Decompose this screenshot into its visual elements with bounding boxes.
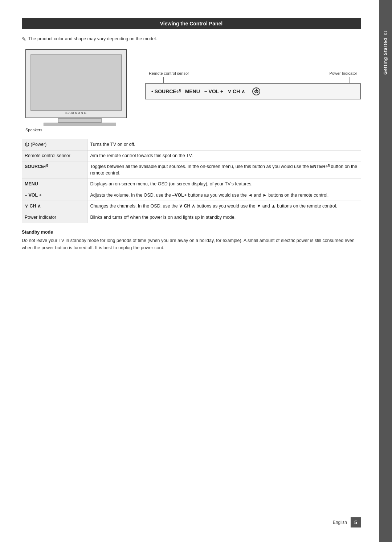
table-row: Remote control sensorAim the remote cont… <box>22 150 361 161</box>
feature-label: ⏻ (Power) <box>22 139 87 150</box>
control-bar: • SOURCE⏎ MENU – VOL + ∨ CH ∧ ⏻ <box>145 83 361 99</box>
page-number: 5 <box>351 517 361 527</box>
vol-label: – VOL + <box>204 89 223 94</box>
feature-description: Adjusts the volume. In the OSD, use the … <box>87 190 361 201</box>
tv-stand-bottom <box>44 123 116 126</box>
standby-title: Standby mode <box>22 230 361 235</box>
remote-sensor-annotation: Remote control sensor <box>149 71 189 75</box>
chapter-number: 01 <box>384 30 388 35</box>
sidebar-tab: 01 Getting Started <box>379 0 392 542</box>
ch-label: ∨ CH ∧ <box>228 89 245 94</box>
feature-table: ⏻ (Power)Turns the TV on or off.Remote c… <box>22 139 361 223</box>
power-circle-icon: ⏻ <box>252 87 260 95</box>
note-icon: ✎ <box>22 36 26 42</box>
feature-label: Power Indicator <box>22 212 87 223</box>
speakers-label: Speakers <box>25 128 138 132</box>
feature-label: – VOL + <box>22 190 87 201</box>
table-row: – VOL +Adjusts the volume. In the OSD, u… <box>22 190 361 201</box>
feature-description: Toggles between all the available input … <box>87 161 361 179</box>
tv-body: SAMSUNG <box>25 49 127 118</box>
power-indicator-annotation: Power Indicator <box>330 71 357 75</box>
note-line: ✎ The product color and shape may vary d… <box>22 36 361 42</box>
tv-brand: SAMSUNG <box>65 111 87 115</box>
table-row: Power IndicatorBlinks and turns off when… <box>22 212 361 223</box>
feature-label: Remote control sensor <box>22 150 87 161</box>
tv-illustration: SAMSUNG Speakers <box>22 49 138 132</box>
annotation-labels: Remote control sensor Power Indicator <box>145 71 361 75</box>
menu-label: MENU <box>185 89 200 94</box>
control-panel-area: Remote control sensor Power Indicator • … <box>145 49 361 99</box>
chapter-label: Getting Started <box>381 35 389 78</box>
diagram-area: SAMSUNG Speakers Remote control sensor P… <box>22 49 361 132</box>
feature-label: MENU <box>22 179 87 190</box>
standby-section: Standby mode Do not leave your TV in sta… <box>22 230 361 251</box>
language-label: English <box>333 520 347 525</box>
footer: English 5 <box>333 517 361 527</box>
source-button-label: • SOURCE⏎ <box>151 89 181 94</box>
table-row: SOURCE⏎Toggles between all the available… <box>22 161 361 179</box>
feature-description: Changes the channels. In the OSD, use th… <box>87 201 361 212</box>
table-row: ⏻ (Power)Turns the TV on or off. <box>22 139 361 150</box>
feature-label: ∨ CH ∧ <box>22 201 87 212</box>
table-row: ∨ CH ∧Changes the channels. In the OSD, … <box>22 201 361 212</box>
feature-description: Blinks and turns off when the power is o… <box>87 212 361 223</box>
note-text: The product color and shape may vary dep… <box>28 36 157 41</box>
feature-label: SOURCE⏎ <box>22 161 87 179</box>
table-row: MENUDisplays an on-screen menu, the OSD … <box>22 179 361 190</box>
tv-stand-top <box>58 118 102 123</box>
tv-screen <box>30 54 122 111</box>
feature-description: Turns the TV on or off. <box>87 139 361 150</box>
section-header: Viewing the Control Panel <box>22 18 361 29</box>
feature-description: Displays an on-screen menu, the OSD (on … <box>87 179 361 190</box>
feature-description: Aim the remote control towards this spot… <box>87 150 361 161</box>
standby-text: Do not leave your TV in standby mode for… <box>22 237 361 251</box>
